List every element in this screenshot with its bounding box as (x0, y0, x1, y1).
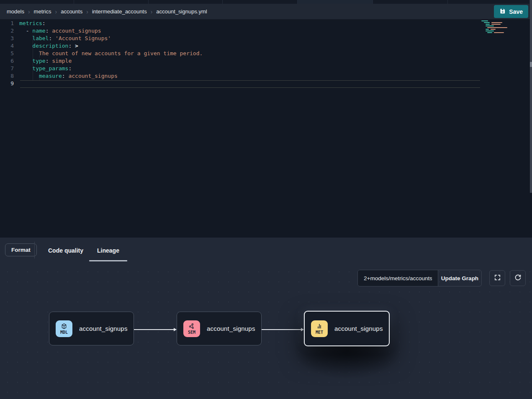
breadcrumb-chevron-icon: › (151, 9, 153, 15)
line-number: 2 (0, 28, 19, 35)
code-line[interactable]: 6 type: simple (0, 58, 532, 65)
code-text: The count of new accounts for a given ti… (19, 50, 203, 58)
breadcrumb: models›metrics›accounts›intermediate_acc… (7, 8, 207, 15)
code-text: type: simple (19, 58, 72, 65)
file-tab[interactable] (223, 0, 298, 4)
breadcrumb-chevron-icon: › (28, 9, 30, 15)
metric-chart-icon (316, 323, 323, 330)
tabs-divider (34, 242, 35, 258)
line-number: 7 (0, 65, 19, 73)
code-text: - name: account_signups (19, 28, 101, 35)
code-line[interactable]: 7 type_params: (0, 65, 532, 73)
code-text: measure: account_signups (19, 73, 118, 80)
minimap[interactable] (481, 20, 509, 34)
file-tab[interactable] (149, 0, 223, 4)
code-lines: 1metrics:2 - name: account_signups3 labe… (0, 19, 532, 88)
panel-tab-code-quality[interactable]: Code quality (48, 247, 83, 254)
fullscreen-icon (494, 274, 501, 282)
lineage-selector-group: Update Graph (357, 270, 482, 286)
save-button[interactable]: Save (494, 5, 528, 18)
breadcrumb-item[interactable]: models (7, 8, 24, 15)
line-number: 9 (0, 80, 19, 88)
file-tab[interactable] (74, 0, 149, 4)
lineage-node-sem[interactable]: SEMaccount_signups (177, 312, 262, 345)
file-tab[interactable] (298, 0, 373, 4)
editor-scrollbar[interactable] (530, 0, 532, 193)
code-editor[interactable]: 1metrics:2 - name: account_signups3 labe… (0, 19, 532, 238)
update-graph-button[interactable]: Update Graph (438, 270, 481, 286)
scrollbar-thumb[interactable] (530, 62, 532, 67)
badge-label: MET (316, 330, 323, 335)
code-line[interactable]: 2 - name: account_signups (0, 28, 532, 35)
code-line[interactable]: 5 The count of new accounts for a given … (0, 50, 532, 58)
line-number: 6 (0, 58, 19, 65)
refresh-button[interactable] (510, 270, 526, 286)
ide-window: models›metrics›accounts›intermediate_acc… (0, 0, 532, 399)
node-label: account_signups (79, 325, 128, 332)
breadcrumb-item[interactable]: intermediate_accounts (92, 8, 147, 15)
badge-label: MDL (60, 330, 68, 335)
panel-tab-lineage[interactable]: Lineage (97, 247, 119, 254)
code-line[interactable]: 8 measure: account_signups (0, 73, 532, 80)
lineage-node-mdl[interactable]: MDLaccount_signups (49, 312, 134, 345)
line-number: 3 (0, 35, 19, 43)
lineage-node-met[interactable]: METaccount_signups (304, 311, 390, 346)
code-text: description: > (19, 43, 78, 50)
cube-icon (61, 323, 67, 330)
mdl-badge: MDL (56, 320, 72, 337)
refresh-icon (514, 274, 522, 283)
lineage-selector-input[interactable] (358, 270, 438, 286)
fullscreen-button[interactable] (489, 270, 505, 286)
code-text: label: 'Account Signups' (19, 35, 111, 43)
lineage-edge (134, 329, 174, 330)
bottom-panel: Format Code qualityLineage Update Graph (0, 238, 532, 399)
node-label: account_signups (334, 325, 383, 332)
lineage-edge (262, 329, 301, 330)
met-badge: MET (311, 320, 328, 337)
badge-label: SEM (188, 330, 195, 335)
code-text: type_params: (19, 65, 72, 73)
node-label: account_signups (207, 325, 255, 332)
format-button[interactable]: Format (5, 243, 37, 256)
code-line[interactable]: 9 (0, 80, 532, 88)
lineage-controls: Update Graph (357, 270, 526, 286)
save-button-label: Save (509, 8, 523, 15)
line-number: 8 (0, 73, 19, 80)
file-tab-strip (0, 0, 532, 4)
code-line[interactable]: 1metrics: (0, 20, 532, 28)
code-line[interactable]: 3 label: 'Account Signups' (0, 35, 532, 43)
breadcrumb-item[interactable]: metrics (34, 8, 51, 15)
code-text: metrics: (19, 20, 46, 28)
breadcrumb-item[interactable]: account_signups.yml (156, 8, 207, 15)
breadcrumb-bar: models›metrics›accounts›intermediate_acc… (0, 4, 532, 19)
breadcrumb-chevron-icon: › (55, 9, 57, 15)
breadcrumb-chevron-icon: › (86, 9, 88, 15)
line-number: 5 (0, 50, 19, 58)
save-icon (499, 8, 506, 15)
code-line[interactable]: 4 description: > (0, 43, 532, 50)
breadcrumb-item[interactable]: accounts (61, 8, 82, 15)
file-tab[interactable] (448, 0, 530, 4)
line-number: 1 (0, 20, 19, 28)
file-tab[interactable] (0, 0, 74, 4)
file-tab[interactable] (373, 0, 448, 4)
panel-tabs: Code qualityLineage (48, 246, 119, 255)
sem-badge: SEM (183, 320, 200, 337)
semantic-model-icon (188, 323, 195, 330)
line-number: 4 (0, 43, 19, 50)
